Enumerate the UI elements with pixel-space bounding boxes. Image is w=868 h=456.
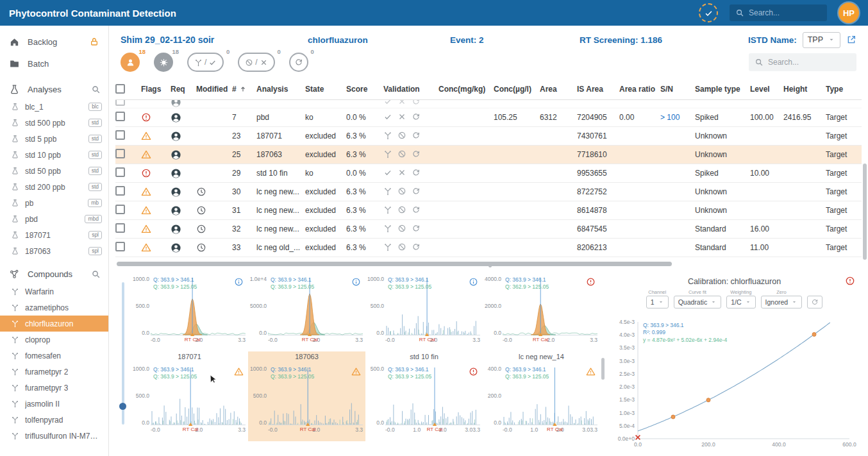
validate-check-icon[interactable] <box>383 112 392 121</box>
analysis-item[interactable]: std 500 ppb std <box>0 115 108 131</box>
chromatogram-thumbnail[interactable]: 1000.0500.00.0 Q: 363.9 > 346.1 Q: 363.9… <box>131 272 248 351</box>
chromatogram-thumbnail[interactable]: 1.0e+45000.00.0 Q: 363.9 > 346.1 Q: 363.… <box>248 272 365 351</box>
sn-cell[interactable]: > 100 <box>660 113 695 122</box>
exclude-icon[interactable] <box>397 149 406 158</box>
sidebar-item-backlog[interactable]: Backlog <box>0 31 108 53</box>
compound-item[interactable]: Warfarin <box>0 283 108 300</box>
column-header[interactable]: Area <box>540 85 577 94</box>
compound-item[interactable]: furametpyr 3 <box>0 380 108 396</box>
column-header[interactable]: Conc(µg/l) <box>494 85 540 94</box>
info-icon[interactable] <box>469 277 478 287</box>
invalidate-cross-icon[interactable] <box>397 112 406 121</box>
table-row[interactable]: 31 lc neg new... excluded 6.3 % <box>115 201 862 220</box>
error-flag-icon[interactable] <box>141 112 151 122</box>
compound-item[interactable]: jasmolin II <box>0 396 108 412</box>
column-header[interactable]: Modified <box>196 85 232 94</box>
column-header[interactable]: Area ratio <box>619 85 660 94</box>
exclude-icon[interactable] <box>397 187 406 196</box>
row-checkbox[interactable] <box>115 223 125 233</box>
compound-item[interactable]: cloprop <box>0 332 108 348</box>
row-checkbox[interactable] <box>115 112 125 121</box>
warning-icon[interactable] <box>586 367 596 376</box>
panel-divider-handle[interactable] <box>488 264 492 267</box>
chromatogram-thumbnail[interactable]: std 10 fin 500.00.0 Q: 363.9 > 346.1 Q: … <box>365 351 483 441</box>
zoom-slider[interactable] <box>122 282 124 425</box>
column-header[interactable]: Type <box>826 85 858 94</box>
reset-validation-icon[interactable] <box>412 224 421 233</box>
row-checkbox[interactable] <box>115 242 125 251</box>
compound-item[interactable]: azametiphos <box>0 300 108 316</box>
table-row[interactable]: 33 lc neg old_... excluded 6.3 % <box>115 239 862 257</box>
row-checkbox[interactable] <box>115 186 125 196</box>
table-row[interactable]: 7 pbd ko 0.0 % 10 <box>115 108 862 127</box>
analysis-item[interactable]: pb mb <box>0 195 108 211</box>
search-analyses-icon[interactable] <box>91 85 101 94</box>
column-header[interactable]: Sample type <box>695 85 750 94</box>
column-header[interactable]: Level <box>750 85 783 94</box>
filter-reset[interactable]: 0 <box>289 53 308 72</box>
filter-rejected[interactable]: / 0 <box>238 53 274 72</box>
warning-flag-icon[interactable] <box>141 224 151 234</box>
reset-validation-icon[interactable] <box>412 131 421 140</box>
reset-validation-icon[interactable] <box>412 149 421 158</box>
info-icon[interactable] <box>234 277 244 287</box>
analysis-item[interactable]: std 50 ppb std <box>0 163 108 179</box>
chromatogram-thumbnail[interactable]: 4000.02000.00.0 Q: 363.9 > 346.1 Q: 362.… <box>483 272 600 351</box>
analysis-item[interactable]: 187063 spl <box>0 243 108 259</box>
thumbnail-scrollbar[interactable] <box>601 358 605 380</box>
exclude-icon[interactable] <box>397 205 406 214</box>
analysis-item[interactable]: std 10 ppb std <box>0 147 108 163</box>
recalculate-button[interactable] <box>807 296 822 308</box>
flag-compound-icon[interactable] <box>383 242 392 251</box>
row-checkbox[interactable] <box>115 149 125 158</box>
sort-ascending-icon[interactable] <box>239 85 247 93</box>
warning-flag-icon[interactable] <box>141 131 151 141</box>
invalidate-cross-icon[interactable] <box>397 100 406 106</box>
horizontal-scrollbar[interactable] <box>117 262 672 266</box>
row-checkbox[interactable] <box>115 205 125 214</box>
user-avatar[interactable]: HP <box>839 3 859 23</box>
validation-progress-button[interactable] <box>699 3 718 22</box>
exclude-icon[interactable] <box>397 242 406 251</box>
flag-compound-icon[interactable] <box>383 224 392 233</box>
zoom-slider-knob[interactable] <box>119 403 126 410</box>
calibration-error-icon[interactable] <box>845 276 855 286</box>
row-checkbox[interactable] <box>115 100 125 106</box>
control-select[interactable]: Quadratic <box>674 296 722 308</box>
column-header[interactable] <box>115 84 141 94</box>
warning-icon[interactable] <box>351 367 361 376</box>
reset-validation-icon[interactable] <box>412 100 421 106</box>
flag-compound-icon[interactable] <box>383 149 392 158</box>
table-row[interactable]: 23 187071 excluded 6.3 % <box>115 127 862 146</box>
validate-check-icon[interactable] <box>383 168 392 177</box>
sidebar-item-batch[interactable]: Batch <box>0 53 108 74</box>
row-checkbox[interactable] <box>115 130 125 140</box>
compound-item[interactable]: fomesafen <box>0 348 108 364</box>
table-row[interactable]: 25 187063 excluded 6.3 % <box>115 146 862 164</box>
reset-validation-icon[interactable] <box>412 242 421 251</box>
global-search[interactable] <box>730 4 827 21</box>
invalidate-cross-icon[interactable] <box>397 168 406 177</box>
analysis-item[interactable]: blc_1 blc <box>0 99 108 115</box>
control-select[interactable]: 1 <box>646 296 669 308</box>
column-header[interactable]: Flags <box>141 85 171 94</box>
column-header[interactable]: State <box>305 85 346 94</box>
compound-item[interactable]: triflusulfuron IN-M7222 <box>0 428 108 444</box>
global-search-input[interactable] <box>749 8 821 17</box>
column-header[interactable]: IS Area <box>577 85 619 94</box>
table-search[interactable] <box>749 53 856 71</box>
error-flag-icon[interactable] <box>141 168 151 178</box>
warning-flag-icon[interactable] <box>141 242 151 253</box>
search-compounds-icon[interactable] <box>91 269 101 279</box>
compound-item[interactable]: tolfenpyrad <box>0 412 108 428</box>
open-external-icon[interactable] <box>846 35 856 45</box>
control-select[interactable]: Ignored <box>761 296 803 308</box>
warning-icon[interactable] <box>234 367 244 376</box>
analysis-item[interactable]: std 200 ppb std <box>0 179 108 195</box>
table-row[interactable]: 30 lc neg new... excluded 6.3 % <box>115 183 862 201</box>
chromatogram-thumbnail[interactable]: 187063 1000.0500.00.0 Q: 363.9 > 346.1 Q… <box>248 351 365 441</box>
reset-validation-icon[interactable] <box>412 187 421 196</box>
flag-compound-icon[interactable] <box>383 205 392 214</box>
warning-flag-icon[interactable] <box>141 187 151 197</box>
istd-select[interactable]: TPP <box>803 32 840 48</box>
